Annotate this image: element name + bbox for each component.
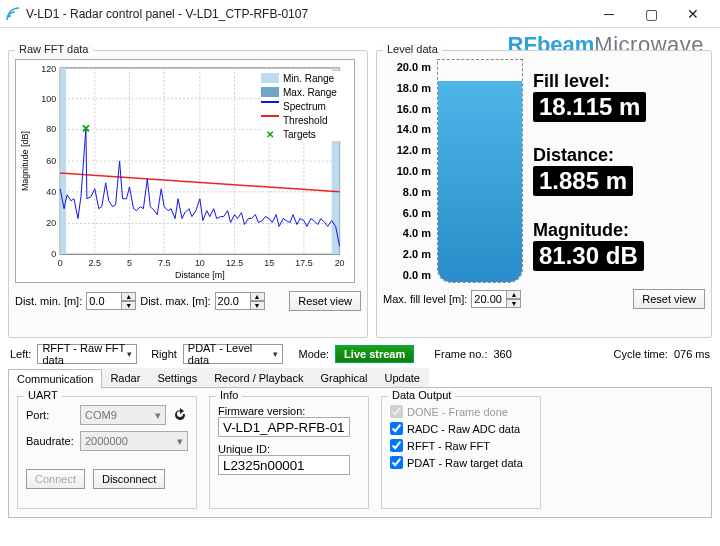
- checkbox-done: DONE - Frame done: [390, 405, 532, 418]
- tab-record-playback[interactable]: Record / Playback: [205, 368, 312, 387]
- close-button[interactable]: ✕: [672, 0, 714, 28]
- baud-label: Baudrate:: [26, 435, 74, 447]
- frame-label: Frame no.:: [434, 348, 487, 360]
- distance-label: Distance:: [533, 145, 705, 166]
- dist-min-input[interactable]: ▲▼: [86, 292, 136, 310]
- raw-fft-title: Raw FFT data: [15, 43, 93, 55]
- tab-settings[interactable]: Settings: [148, 368, 206, 387]
- dist-max-input[interactable]: ▲▼: [215, 292, 265, 310]
- svg-text:10: 10: [195, 258, 205, 268]
- cycle-time-label: Cycle time:: [614, 348, 668, 360]
- firmware-value: [218, 417, 350, 437]
- svg-text:12.5: 12.5: [226, 258, 243, 268]
- mode-indicator: Live stream: [335, 345, 414, 363]
- tab-graphical[interactable]: Graphical: [311, 368, 376, 387]
- right-view-combo[interactable]: PDAT - Level data▾: [183, 344, 283, 364]
- left-combo-label: Left:: [10, 348, 31, 360]
- distance-value: 1.885 m: [533, 166, 633, 196]
- svg-text:Magnitude [dB]: Magnitude [dB]: [20, 131, 30, 191]
- connect-button[interactable]: Connect: [26, 469, 85, 489]
- svg-text:Distance [m]: Distance [m]: [175, 270, 224, 280]
- frame-value: 360: [493, 348, 511, 360]
- uart-group: UART Port: COM9▾ Baudrate: 2000000▾ Conn…: [17, 396, 197, 509]
- mode-label: Mode:: [299, 348, 330, 360]
- svg-text:40: 40: [46, 187, 56, 197]
- tab-update[interactable]: Update: [375, 368, 428, 387]
- svg-text:2.5: 2.5: [89, 258, 101, 268]
- tank-visual: [437, 59, 523, 283]
- app-icon: [6, 7, 20, 21]
- level-data-title: Level data: [383, 43, 442, 55]
- raw-fft-panel: Raw FFT data 020406080100120 02.557.5101…: [8, 50, 368, 338]
- reset-view-button-right[interactable]: Reset view: [633, 289, 705, 309]
- svg-text:15: 15: [264, 258, 274, 268]
- reset-view-button-left[interactable]: Reset view: [289, 291, 361, 311]
- maximize-button[interactable]: ▢: [630, 0, 672, 28]
- dist-max-label: Dist. max. [m]:: [140, 295, 210, 307]
- svg-text:20: 20: [46, 219, 56, 229]
- tab-bar: Communication Radar Settings Record / Pl…: [8, 368, 712, 388]
- svg-text:0: 0: [51, 249, 56, 259]
- svg-text:120: 120: [41, 64, 56, 74]
- chart-legend: Min. Range Max. Range Spectrum Threshold…: [261, 71, 353, 141]
- checkbox-pdat[interactable]: PDAT - Raw target data: [390, 456, 532, 469]
- svg-text:20: 20: [335, 258, 345, 268]
- magnitude-value: 81.30 dB: [533, 241, 644, 271]
- fill-level-value: 18.115 m: [533, 92, 646, 122]
- port-select[interactable]: COM9▾: [80, 405, 166, 425]
- uid-value: [218, 455, 350, 475]
- info-group: Info Firmware version: Unique ID:: [209, 396, 369, 509]
- left-view-combo[interactable]: RFFT - Raw FFT data▾: [37, 344, 137, 364]
- window-title: V-LD1 - Radar control panel - V-LD1_CTP-…: [26, 7, 588, 21]
- cycle-time-value: 076 ms: [674, 348, 710, 360]
- checkbox-rfft[interactable]: RFFT - Raw FFT: [390, 439, 532, 452]
- data-output-group: Data Output DONE - Frame done RADC - Raw…: [381, 396, 541, 509]
- firmware-label: Firmware version:: [218, 405, 360, 417]
- max-fill-level-input[interactable]: ▲▼: [471, 290, 521, 308]
- fill-level-label: Fill level:: [533, 71, 705, 92]
- svg-text:80: 80: [46, 124, 56, 134]
- max-fill-level-label: Max. fill level [m]:: [383, 293, 467, 305]
- uid-label: Unique ID:: [218, 443, 360, 455]
- svg-text:5: 5: [127, 258, 132, 268]
- level-scale: 20.0 m18.0 m16.0 m14.0 m12.0 m10.0 m8.0 …: [383, 59, 431, 283]
- baud-select[interactable]: 2000000▾: [80, 431, 188, 451]
- level-data-panel: Level data 20.0 m18.0 m16.0 m14.0 m12.0 …: [376, 50, 712, 338]
- port-label: Port:: [26, 409, 74, 421]
- minimize-button[interactable]: ─: [588, 0, 630, 28]
- right-combo-label: Right: [151, 348, 177, 360]
- svg-text:17.5: 17.5: [295, 258, 312, 268]
- svg-text:0: 0: [58, 258, 63, 268]
- checkbox-radc[interactable]: RADC - Raw ADC data: [390, 422, 532, 435]
- tab-radar[interactable]: Radar: [101, 368, 149, 387]
- refresh-icon[interactable]: [172, 407, 188, 423]
- tab-communication[interactable]: Communication: [8, 369, 102, 388]
- magnitude-label: Magnitude:: [533, 220, 705, 241]
- disconnect-button[interactable]: Disconnect: [93, 469, 165, 489]
- svg-text:60: 60: [46, 156, 56, 166]
- svg-text:7.5: 7.5: [158, 258, 170, 268]
- dist-min-label: Dist. min. [m]:: [15, 295, 82, 307]
- svg-text:100: 100: [41, 94, 56, 104]
